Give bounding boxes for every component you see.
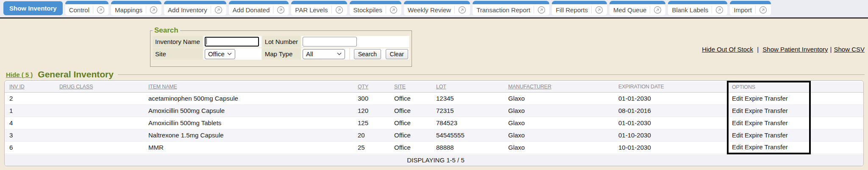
tab-show-inventory[interactable]: Show Inventory [3, 1, 63, 15]
cell-options-links[interactable]: Edit Expire Transfer [728, 141, 810, 154]
col-header-lot[interactable]: LOT [433, 82, 505, 92]
show-csv-link[interactable]: Show CSV [834, 46, 865, 53]
tab-label: PAR Levels [295, 6, 328, 14]
external-link-icon[interactable] [150, 6, 158, 14]
view-links: Hide Out Of Stock | Show Patient Invento… [702, 46, 865, 53]
tab-control[interactable]: Control [65, 1, 108, 15]
hide-out-of-stock-link[interactable]: Hide Out Of Stock [702, 46, 753, 53]
external-link-icon[interactable] [214, 6, 223, 14]
tab-mappings[interactable]: Mappings [111, 1, 161, 15]
tab-par-levels[interactable]: PAR Levels [291, 1, 347, 15]
tab-label: Mappings [115, 6, 142, 14]
col-header-options: OPTIONS [728, 82, 810, 92]
tab-divider [712, 6, 712, 14]
tab-label: Stockpiles [353, 6, 382, 14]
tab-transaction-report[interactable]: Transaction Report [473, 1, 549, 15]
external-link-icon[interactable] [654, 6, 662, 14]
cell-inv-id: 1 [5, 104, 56, 117]
clear-button[interactable]: Clear [386, 49, 408, 59]
cell-options-links[interactable]: Edit Expire Transfer [728, 129, 810, 141]
hide-count-link[interactable]: Hide ( 5 ) [6, 71, 33, 78]
col-header-inv-id[interactable]: INV ID [5, 82, 56, 92]
tab-divider [534, 6, 534, 14]
cell-options-links[interactable]: Edit Expire Transfer [728, 117, 810, 129]
cell-site: Office [391, 129, 433, 141]
tab-accent-bar [350, 1, 401, 4]
lot-number-input[interactable] [303, 37, 357, 47]
cell-drug-class [56, 104, 145, 117]
site-select[interactable]: Office [205, 49, 235, 59]
table-row[interactable]: 1 Amoxicillin 500mg Capsule 120 Office 7… [5, 104, 863, 117]
chevron-down-icon [227, 52, 232, 55]
cell-drug-class [56, 117, 145, 129]
col-header-manufacturer[interactable]: MANUFACTURER [505, 82, 615, 92]
cell-lot: 54545555 [433, 129, 505, 141]
cell-manufacturer: Glaxo [505, 92, 615, 104]
col-header-drug-class[interactable]: DRUG CLASS [56, 82, 145, 92]
external-link-icon[interactable] [715, 6, 723, 14]
tab-accent-bar [473, 1, 549, 4]
cell-lot: 72315 [433, 104, 505, 117]
col-header-qty[interactable]: QTY [354, 82, 391, 92]
tab-divider [386, 6, 386, 14]
external-link-icon[interactable] [458, 6, 466, 14]
tab-divider [273, 6, 273, 14]
map-type-select[interactable]: All [303, 49, 345, 59]
inventory-name-input[interactable] [205, 37, 259, 47]
inventory-table: INV ID DRUG CLASS ITEM NAME QTY SITE LOT… [5, 81, 863, 166]
cell-inv-id: 2 [5, 92, 56, 104]
cell-qty: 125 [354, 117, 391, 129]
tab-add-donated[interactable]: Add Donated [229, 1, 289, 15]
col-header-expiration-date: EXPIRATION DATE [615, 82, 728, 92]
cell-item-name: MMR [145, 141, 354, 154]
col-header-spacer [810, 82, 863, 92]
tab-label: Import [734, 6, 752, 14]
tab-label: Transaction Report [476, 6, 530, 14]
cell-manufacturer: Glaxo [505, 129, 615, 141]
cell-lot: 88888 [433, 141, 505, 154]
cell-spacer [810, 129, 863, 141]
tab-divider [650, 6, 650, 14]
cell-qty: 300 [354, 92, 391, 104]
external-link-icon[interactable] [595, 6, 603, 14]
search-panel: Search Inventory Name Lot Number Site Of… [150, 26, 412, 67]
general-inventory-header: Hide ( 5 ) General Inventory [4, 69, 865, 80]
external-link-icon[interactable] [389, 6, 398, 14]
tab-import[interactable]: Import [730, 1, 771, 15]
tab-label: Med Queue [613, 6, 646, 14]
search-button[interactable]: Search [354, 49, 381, 59]
tab-label: Add Donated [233, 6, 270, 14]
inventory-table-container: INV ID DRUG CLASS ITEM NAME QTY SITE LOT… [4, 80, 864, 166]
tab-add-inventory[interactable]: Add Inventory [164, 1, 226, 15]
cell-qty: 25 [354, 141, 391, 154]
link-separator: | [755, 46, 760, 53]
tab-weekly-review[interactable]: Weekly Review [404, 1, 470, 15]
tab-divider [211, 6, 211, 14]
external-link-icon[interactable] [97, 6, 105, 14]
site-label: Site [153, 48, 203, 60]
tab-fill-reports[interactable]: Fill Reports [552, 1, 607, 15]
cell-options-links[interactable]: Edit Expire Transfer [728, 92, 810, 104]
tab-accent-bar [65, 1, 108, 4]
tab-blank-labels[interactable]: Blank Labels [668, 1, 727, 15]
col-header-item-name[interactable]: ITEM NAME [145, 82, 354, 92]
tab-med-queue[interactable]: Med Queue [609, 1, 665, 15]
external-link-icon[interactable] [277, 6, 285, 14]
table-row[interactable]: 3 Naltrexone 1.5mg Capsule 20 Office 545… [5, 129, 863, 141]
table-row[interactable]: 2 acetaminophen 500mg Capsule 300 Office… [5, 92, 863, 104]
section-divider-line [118, 74, 865, 75]
cell-options-links[interactable]: Edit Expire Transfer [728, 104, 810, 117]
tab-accent-bar [404, 1, 470, 4]
tab-stockpiles[interactable]: Stockpiles [350, 1, 401, 15]
show-patient-inventory-link[interactable]: Show Patient Inventory [762, 46, 828, 53]
external-link-icon[interactable] [759, 6, 767, 14]
external-link-icon[interactable] [537, 6, 545, 14]
cell-inv-id: 3 [5, 129, 56, 141]
col-header-site[interactable]: SITE [391, 82, 433, 92]
external-link-icon[interactable] [335, 6, 343, 14]
cell-qty: 20 [354, 129, 391, 141]
table-row[interactable]: 6 MMR 25 Office 88888 Glaxo 10-01-2030 E… [5, 141, 863, 154]
cell-expiration-date: 08-01-2016 [615, 104, 728, 117]
cell-spacer [810, 141, 863, 154]
table-row[interactable]: 4 Amoxicillin 500mg Tablets 125 Office 7… [5, 117, 863, 129]
